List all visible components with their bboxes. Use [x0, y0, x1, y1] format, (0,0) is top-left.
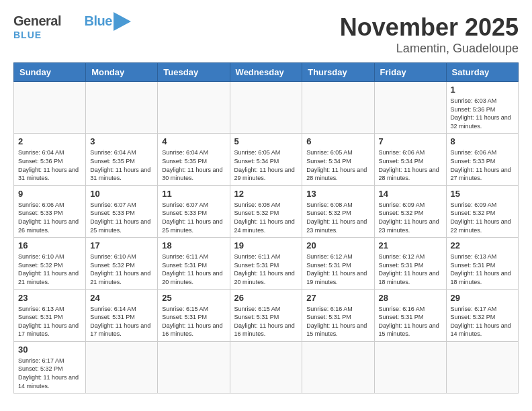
day-info: Sunrise: 6:12 AM Sunset: 5:31 PM Dayligh… — [306, 253, 369, 286]
day-info: Sunrise: 6:06 AM Sunset: 5:33 PM Dayligh… — [451, 148, 514, 182]
calendar-week-5: 23Sunrise: 6:13 AM Sunset: 5:31 PM Dayli… — [14, 289, 519, 341]
day-number: 2 — [18, 136, 81, 146]
day-number: 7 — [379, 136, 442, 146]
calendar-cell-w5-d7: 29Sunrise: 6:17 AM Sunset: 5:32 PM Dayli… — [446, 289, 518, 341]
day-info: Sunrise: 6:11 AM Sunset: 5:31 PM Dayligh… — [234, 253, 298, 286]
calendar-cell-w3-d6: 14Sunrise: 6:09 AM Sunset: 5:32 PM Dayli… — [374, 185, 446, 237]
calendar-cell-w2-d2: 3Sunrise: 6:04 AM Sunset: 5:35 PM Daylig… — [86, 134, 158, 185]
calendar-cell-w2-d1: 2Sunrise: 6:04 AM Sunset: 5:36 PM Daylig… — [14, 134, 86, 185]
calendar-cell-w3-d7: 15Sunrise: 6:09 AM Sunset: 5:32 PM Dayli… — [446, 185, 518, 237]
calendar-cell-w4-d2: 17Sunrise: 6:10 AM Sunset: 5:32 PM Dayli… — [86, 238, 158, 289]
calendar-cell-w4-d5: 20Sunrise: 6:12 AM Sunset: 5:31 PM Dayli… — [302, 238, 374, 289]
calendar-cell-w1-d2 — [86, 82, 158, 134]
day-number: 17 — [90, 240, 153, 250]
day-number: 24 — [90, 293, 153, 303]
svg-marker-0 — [114, 12, 131, 31]
calendar-cell-w4-d4: 19Sunrise: 6:11 AM Sunset: 5:31 PM Dayli… — [230, 238, 302, 289]
day-number: 9 — [18, 189, 81, 199]
day-info: Sunrise: 6:05 AM Sunset: 5:34 PM Dayligh… — [306, 148, 369, 182]
day-number: 5 — [234, 136, 298, 146]
day-info: Sunrise: 6:13 AM Sunset: 5:31 PM Dayligh… — [18, 305, 81, 338]
title-block: November 2025 Lamentin, Guadeloupe — [340, 13, 519, 56]
calendar-cell-w1-d4 — [230, 82, 302, 134]
day-number: 3 — [90, 136, 153, 146]
day-number: 13 — [306, 189, 369, 199]
day-info: Sunrise: 6:06 AM Sunset: 5:34 PM Dayligh… — [379, 148, 442, 182]
header-thursday: Thursday — [302, 63, 374, 82]
day-number: 16 — [18, 240, 81, 250]
day-number: 15 — [451, 189, 514, 199]
calendar-cell-w2-d5: 6Sunrise: 6:05 AM Sunset: 5:34 PM Daylig… — [302, 134, 374, 185]
calendar-cell-w5-d6: 28Sunrise: 6:16 AM Sunset: 5:31 PM Dayli… — [374, 289, 446, 341]
header-wednesday: Wednesday — [230, 63, 302, 82]
header-tuesday: Tuesday — [158, 63, 230, 82]
day-info: Sunrise: 6:16 AM Sunset: 5:31 PM Dayligh… — [306, 305, 369, 338]
day-number: 11 — [162, 189, 225, 199]
day-number: 22 — [451, 240, 514, 250]
day-info: Sunrise: 6:08 AM Sunset: 5:32 PM Dayligh… — [306, 201, 369, 234]
day-info: Sunrise: 6:09 AM Sunset: 5:32 PM Dayligh… — [451, 201, 514, 234]
day-info: Sunrise: 6:15 AM Sunset: 5:31 PM Dayligh… — [234, 305, 298, 338]
day-info: Sunrise: 6:03 AM Sunset: 5:36 PM Dayligh… — [451, 97, 514, 130]
header-friday: Friday — [374, 63, 446, 82]
day-number: 25 — [162, 293, 225, 303]
day-info: Sunrise: 6:16 AM Sunset: 5:31 PM Dayligh… — [379, 305, 442, 338]
day-number: 4 — [162, 136, 225, 146]
calendar-cell-w1-d3 — [158, 82, 230, 134]
calendar-cell-w6-d6 — [374, 341, 446, 393]
day-number: 1 — [451, 85, 514, 95]
day-info: Sunrise: 6:06 AM Sunset: 5:33 PM Dayligh… — [18, 201, 81, 234]
calendar-cell-w4-d1: 16Sunrise: 6:10 AM Sunset: 5:32 PM Dayli… — [14, 238, 86, 289]
calendar-week-2: 2Sunrise: 6:04 AM Sunset: 5:36 PM Daylig… — [14, 134, 519, 185]
day-info: Sunrise: 6:05 AM Sunset: 5:34 PM Dayligh… — [234, 148, 298, 182]
calendar-cell-w6-d7 — [446, 341, 518, 393]
day-info: Sunrise: 6:17 AM Sunset: 5:32 PM Dayligh… — [18, 357, 81, 390]
page-header: General Blue BLUE November 2025 Lamentin… — [13, 13, 519, 56]
header-monday: Monday — [86, 63, 158, 82]
day-number: 30 — [18, 345, 81, 355]
day-number: 21 — [379, 240, 442, 250]
calendar-cell-w5-d2: 24Sunrise: 6:14 AM Sunset: 5:31 PM Dayli… — [86, 289, 158, 341]
calendar-cell-w1-d1 — [14, 82, 86, 134]
logo-tagline: BLUE — [13, 30, 42, 40]
calendar-cell-w3-d3: 11Sunrise: 6:07 AM Sunset: 5:33 PM Dayli… — [158, 185, 230, 237]
day-info: Sunrise: 6:07 AM Sunset: 5:33 PM Dayligh… — [90, 201, 153, 234]
calendar-cell-w6-d3 — [158, 341, 230, 393]
calendar-week-1: 1Sunrise: 6:03 AM Sunset: 5:36 PM Daylig… — [14, 82, 519, 134]
day-info: Sunrise: 6:12 AM Sunset: 5:31 PM Dayligh… — [379, 253, 442, 286]
calendar-table: Sunday Monday Tuesday Wednesday Thursday… — [13, 62, 519, 394]
calendar-cell-w3-d1: 9Sunrise: 6:06 AM Sunset: 5:33 PM Daylig… — [14, 185, 86, 237]
day-info: Sunrise: 6:14 AM Sunset: 5:31 PM Dayligh… — [90, 305, 153, 338]
calendar-cell-w6-d2 — [86, 341, 158, 393]
day-number: 28 — [379, 293, 442, 303]
calendar-cell-w4-d3: 18Sunrise: 6:11 AM Sunset: 5:31 PM Dayli… — [158, 238, 230, 289]
calendar-cell-w2-d7: 8Sunrise: 6:06 AM Sunset: 5:33 PM Daylig… — [446, 134, 518, 185]
calendar-week-6: 30Sunrise: 6:17 AM Sunset: 5:32 PM Dayli… — [14, 341, 519, 393]
calendar-cell-w3-d2: 10Sunrise: 6:07 AM Sunset: 5:33 PM Dayli… — [86, 185, 158, 237]
calendar-week-4: 16Sunrise: 6:10 AM Sunset: 5:32 PM Dayli… — [14, 238, 519, 289]
calendar-cell-w6-d4 — [230, 341, 302, 393]
page-title: November 2025 — [340, 13, 519, 42]
header-saturday: Saturday — [446, 63, 518, 82]
day-info: Sunrise: 6:13 AM Sunset: 5:31 PM Dayligh… — [451, 253, 514, 286]
day-number: 26 — [234, 293, 298, 303]
day-info: Sunrise: 6:04 AM Sunset: 5:35 PM Dayligh… — [162, 148, 225, 182]
day-number: 29 — [451, 293, 514, 303]
logo-triangle-icon — [114, 12, 131, 31]
day-info: Sunrise: 6:10 AM Sunset: 5:32 PM Dayligh… — [90, 253, 153, 286]
day-info: Sunrise: 6:04 AM Sunset: 5:35 PM Dayligh… — [90, 148, 153, 182]
day-number: 18 — [162, 240, 225, 250]
calendar-cell-w6-d1: 30Sunrise: 6:17 AM Sunset: 5:32 PM Dayli… — [14, 341, 86, 393]
calendar-cell-w1-d5 — [302, 82, 374, 134]
day-info: Sunrise: 6:15 AM Sunset: 5:31 PM Dayligh… — [162, 305, 225, 338]
calendar-week-3: 9Sunrise: 6:06 AM Sunset: 5:33 PM Daylig… — [14, 185, 519, 237]
calendar-cell-w5-d5: 27Sunrise: 6:16 AM Sunset: 5:31 PM Dayli… — [302, 289, 374, 341]
day-number: 27 — [306, 293, 369, 303]
day-number: 12 — [234, 189, 298, 199]
calendar-header-row: Sunday Monday Tuesday Wednesday Thursday… — [14, 63, 519, 82]
day-number: 20 — [306, 240, 369, 250]
day-info: Sunrise: 6:08 AM Sunset: 5:32 PM Dayligh… — [234, 201, 298, 234]
logo: General Blue BLUE — [13, 13, 112, 41]
calendar-cell-w2-d3: 4Sunrise: 6:04 AM Sunset: 5:35 PM Daylig… — [158, 134, 230, 185]
day-info: Sunrise: 6:07 AM Sunset: 5:33 PM Dayligh… — [162, 201, 225, 234]
